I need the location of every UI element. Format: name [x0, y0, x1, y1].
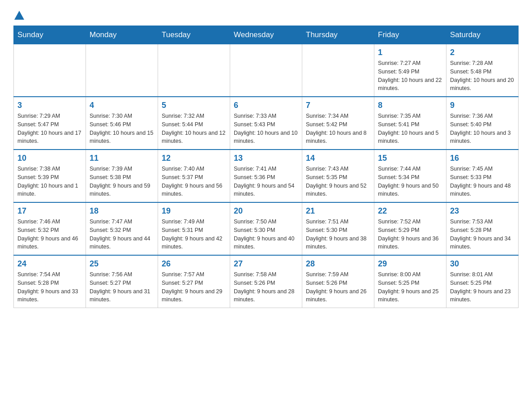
day-info: Sunrise: 7:49 AMSunset: 5:31 PMDaylight:… [162, 218, 226, 251]
calendar-cell: 19Sunrise: 7:49 AMSunset: 5:31 PMDayligh… [158, 202, 230, 255]
day-info: Sunrise: 7:39 AMSunset: 5:38 PMDaylight:… [90, 165, 154, 198]
day-number: 21 [306, 206, 370, 216]
day-info: Sunrise: 7:58 AMSunset: 5:26 PMDaylight:… [234, 270, 298, 304]
weekday-header-wednesday: Wednesday [230, 26, 302, 44]
day-info: Sunrise: 7:43 AMSunset: 5:35 PMDaylight:… [306, 165, 370, 198]
calendar-cell: 26Sunrise: 7:57 AMSunset: 5:27 PMDayligh… [158, 255, 230, 308]
calendar-cell: 28Sunrise: 7:59 AMSunset: 5:26 PMDayligh… [302, 255, 374, 308]
calendar-cell [14, 44, 86, 97]
calendar-cell: 2Sunrise: 7:28 AMSunset: 5:48 PMDaylight… [446, 44, 519, 97]
calendar-cell: 17Sunrise: 7:46 AMSunset: 5:32 PMDayligh… [14, 202, 86, 255]
calendar-cell: 30Sunrise: 8:01 AMSunset: 5:25 PMDayligh… [446, 255, 519, 308]
calendar-cell: 11Sunrise: 7:39 AMSunset: 5:38 PMDayligh… [86, 150, 158, 202]
day-number: 30 [450, 259, 515, 269]
header [13, 9, 519, 21]
day-number: 10 [17, 154, 82, 163]
day-info: Sunrise: 7:54 AMSunset: 5:28 PMDaylight:… [17, 270, 82, 304]
day-info: Sunrise: 7:41 AMSunset: 5:36 PMDaylight:… [234, 165, 298, 198]
day-number: 17 [17, 206, 82, 216]
day-info: Sunrise: 7:33 AMSunset: 5:43 PMDaylight:… [234, 112, 298, 146]
day-number: 3 [17, 101, 82, 110]
day-info: Sunrise: 8:01 AMSunset: 5:25 PMDaylight:… [450, 270, 515, 304]
calendar-cell: 9Sunrise: 7:36 AMSunset: 5:40 PMDaylight… [446, 97, 519, 150]
weekday-header-tuesday: Tuesday [158, 26, 230, 44]
day-info: Sunrise: 7:32 AMSunset: 5:44 PMDaylight:… [162, 112, 226, 146]
svg-marker-0 [14, 11, 24, 20]
day-info: Sunrise: 7:51 AMSunset: 5:30 PMDaylight:… [306, 218, 370, 251]
calendar-cell: 25Sunrise: 7:56 AMSunset: 5:27 PMDayligh… [86, 255, 158, 308]
week-row-3: 10Sunrise: 7:38 AMSunset: 5:39 PMDayligh… [14, 150, 519, 202]
day-info: Sunrise: 7:36 AMSunset: 5:40 PMDaylight:… [450, 112, 515, 146]
day-number: 18 [90, 206, 154, 216]
day-info: Sunrise: 7:34 AMSunset: 5:42 PMDaylight:… [306, 112, 370, 146]
day-number: 1 [378, 48, 442, 57]
week-row-5: 24Sunrise: 7:54 AMSunset: 5:28 PMDayligh… [14, 255, 519, 308]
calendar-cell: 1Sunrise: 7:27 AMSunset: 5:49 PMDaylight… [374, 44, 446, 97]
calendar-cell: 24Sunrise: 7:54 AMSunset: 5:28 PMDayligh… [14, 255, 86, 308]
calendar-cell: 3Sunrise: 7:29 AMSunset: 5:47 PMDaylight… [14, 97, 86, 150]
week-row-1: 1Sunrise: 7:27 AMSunset: 5:49 PMDaylight… [14, 44, 519, 97]
calendar-cell [86, 44, 158, 97]
day-info: Sunrise: 7:28 AMSunset: 5:48 PMDaylight:… [450, 59, 515, 93]
calendar-cell: 5Sunrise: 7:32 AMSunset: 5:44 PMDaylight… [158, 97, 230, 150]
day-info: Sunrise: 7:29 AMSunset: 5:47 PMDaylight:… [17, 112, 82, 146]
calendar-cell [302, 44, 374, 97]
week-row-2: 3Sunrise: 7:29 AMSunset: 5:47 PMDaylight… [14, 97, 519, 150]
calendar-cell [230, 44, 302, 97]
calendar-cell: 14Sunrise: 7:43 AMSunset: 5:35 PMDayligh… [302, 150, 374, 202]
day-number: 28 [306, 259, 370, 269]
day-info: Sunrise: 7:44 AMSunset: 5:34 PMDaylight:… [378, 165, 442, 198]
day-number: 2 [450, 48, 515, 57]
weekday-header-monday: Monday [86, 26, 158, 44]
day-info: Sunrise: 7:52 AMSunset: 5:29 PMDaylight:… [378, 218, 442, 251]
weekday-header-thursday: Thursday [302, 26, 374, 44]
calendar-cell: 16Sunrise: 7:45 AMSunset: 5:33 PMDayligh… [446, 150, 519, 202]
day-info: Sunrise: 7:45 AMSunset: 5:33 PMDaylight:… [450, 165, 515, 198]
day-number: 4 [90, 101, 154, 110]
calendar-cell: 10Sunrise: 7:38 AMSunset: 5:39 PMDayligh… [14, 150, 86, 202]
day-info: Sunrise: 7:50 AMSunset: 5:30 PMDaylight:… [234, 218, 298, 251]
day-info: Sunrise: 7:47 AMSunset: 5:32 PMDaylight:… [90, 218, 154, 251]
day-number: 29 [378, 259, 442, 269]
calendar-cell [158, 44, 230, 97]
calendar-cell: 23Sunrise: 7:53 AMSunset: 5:28 PMDayligh… [446, 202, 519, 255]
day-info: Sunrise: 7:53 AMSunset: 5:28 PMDaylight:… [450, 218, 515, 251]
day-info: Sunrise: 7:56 AMSunset: 5:27 PMDaylight:… [90, 270, 154, 304]
calendar-cell: 21Sunrise: 7:51 AMSunset: 5:30 PMDayligh… [302, 202, 374, 255]
calendar-cell: 13Sunrise: 7:41 AMSunset: 5:36 PMDayligh… [230, 150, 302, 202]
logo-triangle-icon [14, 11, 24, 20]
calendar-cell: 18Sunrise: 7:47 AMSunset: 5:32 PMDayligh… [86, 202, 158, 255]
day-info: Sunrise: 7:35 AMSunset: 5:41 PMDaylight:… [378, 112, 442, 146]
day-number: 12 [162, 154, 226, 163]
calendar-cell: 7Sunrise: 7:34 AMSunset: 5:42 PMDaylight… [302, 97, 374, 150]
day-number: 24 [17, 259, 82, 269]
day-number: 16 [450, 154, 515, 163]
calendar-table: SundayMondayTuesdayWednesdayThursdayFrid… [13, 26, 519, 308]
calendar-cell: 29Sunrise: 8:00 AMSunset: 5:25 PMDayligh… [374, 255, 446, 308]
weekday-header-sunday: Sunday [14, 26, 86, 44]
day-number: 5 [162, 101, 226, 110]
day-number: 19 [162, 206, 226, 216]
day-info: Sunrise: 7:59 AMSunset: 5:26 PMDaylight:… [306, 270, 370, 304]
day-number: 25 [90, 259, 154, 269]
day-number: 8 [378, 101, 442, 110]
day-info: Sunrise: 7:38 AMSunset: 5:39 PMDaylight:… [17, 165, 82, 198]
logo [13, 9, 24, 21]
day-number: 9 [450, 101, 515, 110]
day-info: Sunrise: 7:27 AMSunset: 5:49 PMDaylight:… [378, 59, 442, 93]
day-info: Sunrise: 7:46 AMSunset: 5:32 PMDaylight:… [17, 218, 82, 251]
day-number: 7 [306, 101, 370, 110]
day-info: Sunrise: 7:40 AMSunset: 5:37 PMDaylight:… [162, 165, 226, 198]
day-number: 20 [234, 206, 298, 216]
day-number: 11 [90, 154, 154, 163]
calendar-cell: 12Sunrise: 7:40 AMSunset: 5:37 PMDayligh… [158, 150, 230, 202]
day-number: 13 [234, 154, 298, 163]
day-number: 27 [234, 259, 298, 269]
day-number: 14 [306, 154, 370, 163]
weekday-header-saturday: Saturday [446, 26, 519, 44]
day-number: 23 [450, 206, 515, 216]
week-row-4: 17Sunrise: 7:46 AMSunset: 5:32 PMDayligh… [14, 202, 519, 255]
calendar-cell: 22Sunrise: 7:52 AMSunset: 5:29 PMDayligh… [374, 202, 446, 255]
day-info: Sunrise: 7:57 AMSunset: 5:27 PMDaylight:… [162, 270, 226, 304]
weekday-header-row: SundayMondayTuesdayWednesdayThursdayFrid… [14, 26, 519, 44]
